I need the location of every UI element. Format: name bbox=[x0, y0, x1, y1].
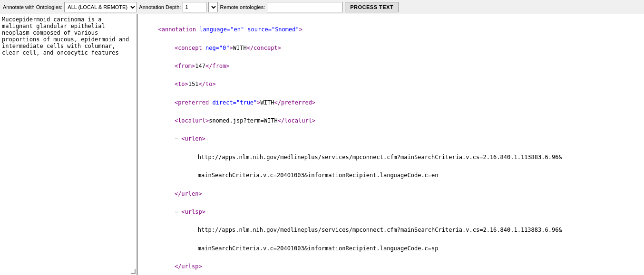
remote-label: Remote ontologies: bbox=[220, 4, 265, 10]
resize-handle[interactable] bbox=[131, 269, 136, 274]
xml-line: mainSearchCriteria.v.c=20401003&informat… bbox=[142, 244, 640, 253]
right-xml-panel[interactable]: <annotation language="en" source="Snomed… bbox=[138, 14, 644, 275]
annotate-label: Annotate with Ontologies: bbox=[3, 4, 62, 10]
left-panel: Mucoepidermoid carcinoma is a malignant … bbox=[0, 14, 138, 275]
annotate-select[interactable]: ALL (LOCAL & REMOTE) LOCAL ONLY REMOTE O… bbox=[64, 2, 137, 12]
xml-line: <preferred direct="true">WITH</preferred… bbox=[142, 98, 640, 107]
depth-input[interactable] bbox=[183, 2, 206, 12]
depth-label: Annotation Depth: bbox=[139, 4, 181, 10]
xml-line: − <urlen> bbox=[142, 134, 640, 143]
xml-line: <concept neg="0">WITH</concept> bbox=[142, 44, 640, 53]
remote-input[interactable] bbox=[267, 2, 343, 12]
xml-line: − <urlsp> bbox=[142, 208, 640, 217]
xml-line: <annotation language="en" source="Snomed… bbox=[142, 25, 640, 34]
xml-content: <annotation language="en" source="Snomed… bbox=[142, 16, 640, 275]
input-text[interactable]: Mucoepidermoid carcinoma is a malignant … bbox=[2, 16, 135, 273]
xml-line: mainSearchCriteria.v.c=20401003&informat… bbox=[142, 171, 640, 180]
xml-line: http://apps.nlm.nih.gov/medlineplus/serv… bbox=[142, 226, 640, 235]
xml-line: <from>147</from> bbox=[142, 62, 640, 71]
xml-line: </urlsp> bbox=[142, 262, 640, 271]
toolbar: Annotate with Ontologies: ALL (LOCAL & R… bbox=[0, 0, 644, 14]
xml-line: </urlen> bbox=[142, 190, 640, 199]
xml-line: <localurl>snomed.jsp?term=WITH</localurl… bbox=[142, 116, 640, 125]
main-content: Mucoepidermoid carcinoma is a malignant … bbox=[0, 14, 644, 275]
process-text-button[interactable]: PROCESS TEXT bbox=[345, 2, 399, 12]
depth-select[interactable]: ▼ bbox=[208, 2, 218, 12]
xml-line: <to>151</to> bbox=[142, 80, 640, 89]
xml-line: http://apps.nlm.nih.gov/medlineplus/serv… bbox=[142, 153, 640, 162]
